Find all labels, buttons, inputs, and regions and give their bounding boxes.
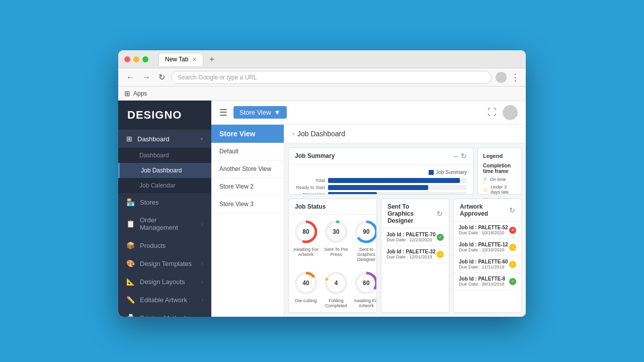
job-status-yellow-palette-60: ⚠ [509,261,516,268]
sidebar-subitem-job-calendar[interactable]: Job Calendar [118,178,211,193]
bar-container-total [328,178,467,183]
donut-row-top: 80 Awaiting For Artwork [289,215,376,266]
order-arrow-icon: › [201,221,203,227]
fullscreen-icon[interactable]: ⛶ [488,107,497,118]
sent-to-designer-panel: Sent To Graphics Designer ↻ Job Id : PAL… [381,199,449,313]
job-date-palette-60: Due Date : 11/11/2019 [459,264,509,269]
design-templates-icon: 🎨 [126,259,135,267]
store-view-default[interactable]: Default [211,143,284,160]
bar-chart-rows: Total Ready t [295,178,467,195]
browser-window: New Tab ✕ + ← → ↻ Search Google or type … [118,50,526,317]
app-container: DESIGNO ⊞ Dashboard ▾ Dashboard Job Dash… [118,101,526,317]
hamburger-icon[interactable]: ☰ [219,107,227,118]
tab-title: New Tab [165,56,188,63]
donut-sent-graphics: 90 Sent to Graphics Designer [353,219,377,262]
refresh-button[interactable]: ↻ [156,71,167,83]
maximize-button[interactable] [142,56,148,62]
job-status-yellow-palette-12: ⚠ [509,244,516,251]
breadcrumb-chevron: ‹ [292,130,294,137]
sidebar-item-design-layouts[interactable]: 📐 Design Layouts › [118,273,211,291]
job-id-palette-12: Job Id : PALETTE-12 [459,242,509,247]
sidebar-dashboard-label: Dashboard [137,135,195,143]
job-status-title: Job Status [295,203,326,210]
job-card-palette-12[interactable]: Job Id : PALETTE-12 Due Date : 10/10/202… [454,239,521,256]
editable-artwork-arrow: › [201,297,203,303]
sidebar-item-dashboard[interactable]: ⊞ Dashboard ▾ [118,130,211,148]
browser-content: DESIGNO ⊞ Dashboard ▾ Dashboard Job Dash… [118,101,526,317]
donut-label-3: Sent to Graphics Designer [353,247,377,262]
sidebar-subitem-dashboard[interactable]: Dashboard [118,148,211,163]
apps-label[interactable]: Apps [133,90,147,97]
store-view-panel: Store View Default Another Store View St… [211,125,284,317]
topbar-user-avatar[interactable] [503,105,518,120]
chart-legend-color [429,170,434,175]
job-date-palette-52: Due Date : 10/18/2020 [459,230,509,235]
donut-value-6: 60 [363,280,369,287]
store-view-dropdown[interactable]: Store View ▼ [233,106,287,119]
legend-under-3-days: ⚠ Under 3 days late [483,185,516,195]
sidebar-item-editable-artwork[interactable]: ✏️ Editable Artwork › [118,291,211,309]
topbar: ☰ Store View ▼ ⛶ [211,101,526,125]
bar-track-total [328,178,467,183]
minimize-panel-icon[interactable]: – [454,152,458,160]
job-info-palette-32: Job Id : PALETTE-32 Due Date : 12/01/201… [386,249,437,259]
store-view-3[interactable]: Store View 3 [211,196,284,213]
chart-legend-label: Job Summary [436,169,467,175]
sidebar-item-products[interactable]: 📦 Products [118,236,211,254]
job-info-palette-70: Job Id : PALETTE-70 Due Date : 12/23/202… [386,232,437,242]
bar-row-ready: Ready to Start [295,185,467,190]
artwork-refresh-icon[interactable]: ↻ [509,206,515,214]
back-button[interactable]: ← [124,72,136,83]
tab-close-icon[interactable]: ✕ [192,56,197,63]
check-green-icon: ✓ [483,176,488,183]
bar-row-processing: Processing [295,192,467,195]
job-status-yellow-palette-32: ⚠ [437,251,444,258]
donut-wrapper-6: 60 [353,270,377,296]
sidebar-item-stores[interactable]: 🏪 Stores [118,193,211,211]
logo-text: DESIGNO [127,109,182,121]
sidebar: DESIGNO ⊞ Dashboard ▾ Dashboard Job Dash… [118,101,211,317]
job-card-palette-70[interactable]: Job Id : PALETTE-70 Due Date : 12/23/202… [381,229,449,246]
job-card-palette-32[interactable]: Job Id : PALETTE-32 Due Date : 12/01/201… [381,246,449,263]
sidebar-item-printing-methods[interactable]: 🖨️ Printing Methods › [118,309,211,317]
refresh-panel-icon[interactable]: ↻ [461,152,467,160]
minimize-button[interactable] [133,56,139,62]
address-bar[interactable]: Search Google or type a URL [171,71,492,84]
job-status-green-palette-8: ✓ [509,278,516,285]
dashboard-top-panels: Job Summary – ↻ [284,143,526,199]
editable-artwork-icon: ✏️ [126,296,135,304]
design-layouts-arrow: › [201,279,203,285]
printing-methods-icon: 🖨️ [126,314,135,317]
bar-container-ready [328,185,467,190]
artwork-approved-header: Artwork Approved ↻ [454,199,521,222]
dashboard-icon: ⊞ [126,135,132,143]
job-summary-panel: Job Summary – ↻ [288,147,473,195]
donut-wrapper-4: 40 [293,270,319,296]
donut-wrapper-3: 90 [353,219,377,245]
job-id-palette-60: Job Id : PALETTE-60 [459,259,509,264]
sidebar-item-order-management[interactable]: 📋 Order Management › [118,211,211,236]
bar-fill-total [328,178,460,183]
sidebar-stores-label: Stores [140,199,203,206]
close-button[interactable] [124,56,130,62]
job-card-palette-52[interactable]: Job Id : PALETTE-52 Due Date : 10/18/202… [454,222,521,239]
store-view-2[interactable]: Store View 2 [211,178,284,196]
sidebar-subitem-job-dashboard[interactable]: Job Dashboard [118,163,211,178]
apps-bar: ⊞ Apps [118,86,526,101]
job-status-header: Job Status [289,199,376,215]
store-view-another[interactable]: Another Store View [211,160,284,178]
design-templates-arrow: › [201,260,203,266]
tab-new-tab[interactable]: New Tab ✕ [158,53,203,66]
new-tab-icon[interactable]: + [209,55,214,64]
job-card-palette-8[interactable]: Job Id : PALETTE-8 Due Date : 06/10/2018… [454,273,521,290]
sidebar-item-design-templates[interactable]: 🎨 Design Templates › [118,254,211,273]
job-card-palette-60[interactable]: Job Id : PALETTE-60 Due Date : 11/11/201… [454,256,521,273]
donut-label-6: Awaiting For Artwork [353,298,377,308]
sent-designer-header: Sent To Graphics Designer ↻ [381,199,449,229]
dashboard-arrow-icon: ▾ [200,136,203,142]
job-dashboard-header: ‹ Job Dashboard [284,125,526,143]
sent-refresh-icon[interactable]: ↻ [437,210,443,218]
browser-user-avatar[interactable] [496,72,507,83]
forward-button[interactable]: → [140,72,152,83]
browser-menu-icon[interactable]: ⋮ [511,72,520,83]
